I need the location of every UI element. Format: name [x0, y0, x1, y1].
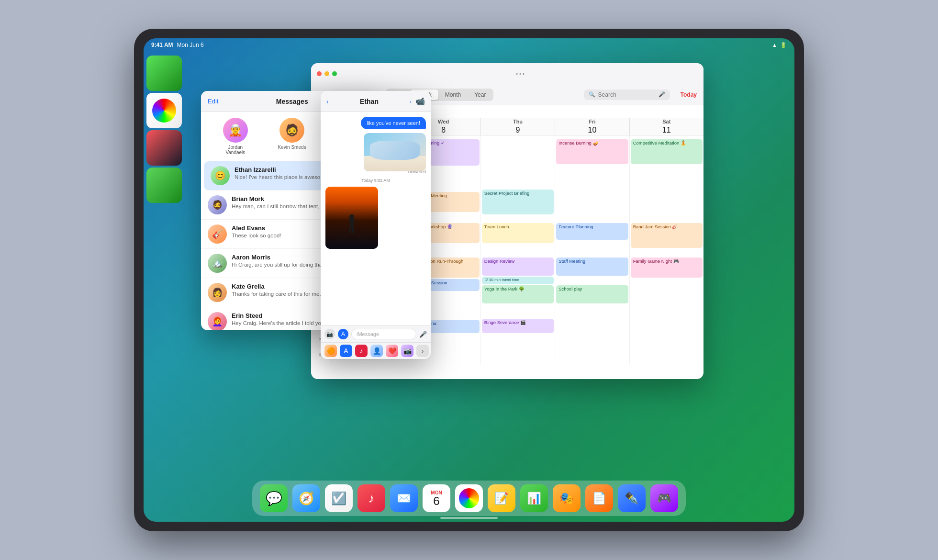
pinned-avatar-jordan: 🧝 — [223, 118, 248, 143]
maps-thumbnail — [146, 56, 182, 91]
mic-icon[interactable]: 🎤 — [659, 91, 665, 98]
svg-rect-5 — [352, 226, 354, 233]
silhouette-photo — [325, 187, 378, 249]
apps-icon[interactable]: A — [338, 329, 348, 339]
pinned-name-kevin: Kevin Smeds — [278, 145, 306, 150]
messages-icon: 💬 — [266, 491, 282, 506]
dock-safari[interactable]: 🧭 — [292, 484, 320, 512]
imessage-header: ‹ Ethan › 📹 — [321, 91, 431, 112]
sat-events: Competitive Meditation 🧘 Band Jam Sessio… — [630, 135, 704, 365]
numbers-thumbnail — [146, 168, 182, 203]
event-incense[interactable]: Incense Burning 🪔 — [556, 139, 628, 164]
reminders-icon: ☑️ — [331, 491, 346, 506]
event-secret-project[interactable]: Secret Project Briefing — [482, 190, 554, 214]
col-thu: Thu 9 — [481, 118, 555, 135]
dock-messages[interactable]: 💬 — [260, 484, 288, 512]
avatar-ethan: 😊 — [211, 166, 230, 185]
mail-icon: ✉️ — [397, 492, 411, 505]
tab-month[interactable]: Month — [438, 90, 468, 100]
dock-pages[interactable]: 📄 — [585, 484, 613, 512]
conv-name-brian: Brian Mork — [232, 195, 264, 202]
music-icon[interactable]: ♪ — [355, 345, 368, 357]
day-name-sat: Sat — [662, 119, 670, 125]
ipad-frame: 9:41 AM Mon Jun 6 ▲ 🔋 — [134, 29, 804, 531]
conv-name-aaron: Aaron Morris — [232, 254, 270, 261]
status-bar: 9:41 AM Mon Jun 6 ▲ 🔋 — [144, 38, 794, 52]
contact-chevron-icon: › — [410, 99, 412, 104]
dock-reminders[interactable]: ☑️ — [325, 484, 353, 512]
pages-icon: 📄 — [592, 492, 606, 505]
dock-calendar[interactable]: MON 6 — [423, 484, 450, 512]
ipad-screen: 9:41 AM Mon Jun 6 ▲ 🔋 — [144, 38, 794, 522]
dock-photos[interactable] — [455, 484, 483, 512]
col-sat: Sat 11 — [630, 118, 704, 135]
avatar-erin: 👩‍🦰 — [208, 312, 227, 330]
dock: 💬 🧭 ☑️ ♪ ✉️ MON 6 📝 — [252, 481, 686, 516]
event-feature-planning[interactable]: Feature Planning — [556, 223, 628, 240]
home-indicator — [440, 517, 498, 519]
pinned-jordan[interactable]: 🧝 Jordan Vandaels — [219, 118, 252, 155]
avatar-aled: 🎸 — [208, 224, 227, 244]
event-binge-severance[interactable]: Binge Severance 🎬 — [482, 319, 554, 333]
conv-name-ethan: Ethan Izzarelli — [234, 166, 276, 173]
dock-calendar-day: 6 — [433, 495, 439, 507]
window-drag-dots: • • • — [516, 71, 525, 77]
calendar-search[interactable]: 🔍 🎤 — [584, 90, 670, 100]
minimize-button[interactable] — [324, 71, 329, 76]
event-team-lunch[interactable]: Team Lunch — [482, 223, 554, 243]
camera2-icon[interactable]: 📷 — [401, 345, 413, 357]
edit-button[interactable]: Edit — [208, 98, 218, 105]
dock-notes[interactable]: 📝 — [488, 484, 515, 512]
avatar-aaron: 🏔️ — [208, 254, 227, 273]
event-staff-meeting[interactable]: Staff Meeting — [556, 258, 628, 276]
imessage-window: ‹ Ethan › 📹 like you've never seen! Deli… — [321, 91, 431, 359]
dock-arcade[interactable]: 🎮 — [650, 484, 678, 512]
event-design-review[interactable]: Design Review — [482, 258, 554, 276]
appstore-icon[interactable]: A — [340, 345, 352, 357]
dock-keynote[interactable]: 🎭 — [553, 484, 581, 512]
background-app-thumbnails — [144, 52, 187, 522]
today-button[interactable]: Today — [681, 91, 697, 98]
event-travel2[interactable]: ⏱ 30 min travel time — [482, 277, 554, 284]
imessage-input[interactable]: iMessage — [351, 329, 416, 339]
pinned-name-jordan: Jordan Vandaels — [219, 145, 252, 155]
close-button[interactable] — [317, 71, 322, 76]
avatar-brian: 🧔 — [208, 195, 227, 214]
battery-icon: 🔋 — [780, 42, 787, 48]
more-icon[interactable]: › — [416, 345, 429, 357]
conv-name-kate: Kate Grella — [232, 283, 265, 290]
keynote-icon: 🎭 — [559, 492, 574, 505]
avatar-kate: 👩 — [208, 283, 227, 302]
event-band-jam[interactable]: Band Jam Session 🎸 — [631, 223, 703, 248]
imessage-placeholder: iMessage — [357, 331, 379, 337]
dock-mail[interactable]: ✉️ — [390, 484, 418, 512]
numbers-icon: 📊 — [527, 492, 541, 505]
event-competitive-meditation[interactable]: Competitive Meditation 🧘 — [631, 139, 703, 164]
imessage-body: like you've never seen! Delivered Today … — [321, 112, 431, 325]
day-num-wed: 8 — [441, 125, 446, 134]
memoji-icon[interactable]: 🟠 — [324, 345, 337, 357]
mic-icon[interactable]: 🎤 — [419, 331, 427, 338]
dock-music[interactable]: ♪ — [357, 484, 385, 512]
event-yoga[interactable]: Yoga in the Park 🌳 — [482, 285, 554, 303]
thu-events: Secret Project Briefing Team Lunch Desig… — [481, 135, 555, 365]
day-name-fri: Fri — [589, 119, 595, 125]
search-input[interactable] — [598, 91, 656, 98]
calendar-titlebar: • • • — [311, 63, 704, 84]
outgoing-bubble: like you've never seen! — [361, 117, 426, 129]
video-call-button[interactable]: 📹 — [415, 97, 425, 106]
dock-pencil[interactable]: ✒️ — [618, 484, 646, 512]
conv-name-aled: Aled Evans — [232, 224, 265, 232]
event-school-play[interactable]: School play — [556, 285, 628, 303]
dock-numbers[interactable]: 📊 — [520, 484, 548, 512]
tab-year[interactable]: Year — [468, 90, 492, 100]
notes-icon: 📝 — [494, 492, 509, 505]
maximize-button[interactable] — [332, 71, 337, 76]
event-family-game-night[interactable]: Family Game Night 🎮 — [631, 258, 703, 278]
camera-icon[interactable]: 📷 — [324, 329, 335, 339]
contact-name: Ethan — [329, 98, 410, 105]
heart-icon[interactable]: ❤️ — [386, 345, 398, 357]
pinned-kevin[interactable]: 🧔 Kevin Smeds — [278, 118, 306, 155]
contact-share-icon[interactable]: 👤 — [370, 345, 383, 357]
window-controls[interactable] — [317, 71, 337, 76]
